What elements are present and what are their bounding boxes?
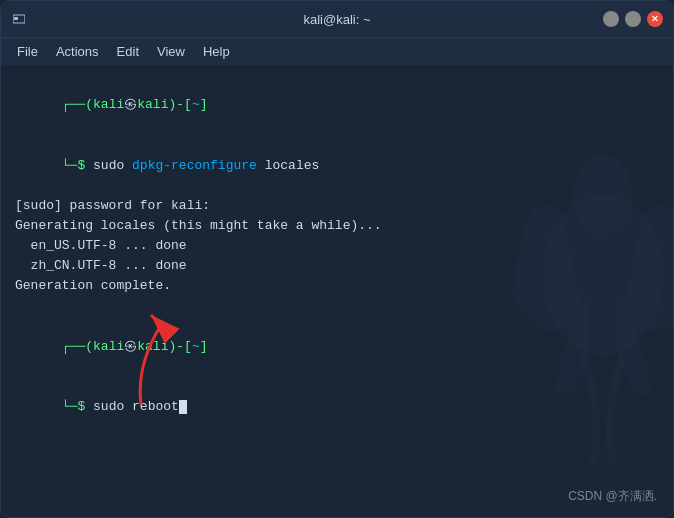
titlebar: kali@kali: ~ ✕	[1, 1, 673, 37]
prompt-dollar: $	[77, 158, 93, 173]
prompt-path: ~	[192, 97, 200, 112]
prompt-arrow: └─	[62, 158, 78, 173]
terminal-command-line: └─$ sudo dpkg-reconfigure locales	[15, 135, 659, 195]
cmd-sudo: sudo	[93, 158, 132, 173]
cmd-dpkg: dpkg-reconfigure	[132, 158, 257, 173]
prompt-user: kali	[93, 97, 124, 112]
svg-rect-1	[14, 17, 18, 20]
prompt-bracket-close: ]	[200, 97, 208, 112]
prompt2-user: kali	[93, 339, 124, 354]
output-zh-locale: zh_CN.UTF-8 ... done	[15, 256, 659, 276]
prompt-hostname: kali	[137, 97, 168, 112]
terminal-command-line-2: └─$ sudo reboot	[15, 377, 659, 437]
terminal-line-2: ┌──(kali㉿kali)-[~]	[15, 317, 659, 377]
prompt2-hostname: kali	[137, 339, 168, 354]
menu-file[interactable]: File	[9, 42, 46, 61]
output-en-locale: en_US.UTF-8 ... done	[15, 236, 659, 256]
window-controls: ✕	[603, 11, 663, 27]
output-generating: Generating locales (this might take a wh…	[15, 216, 659, 236]
output-complete: Generation complete.	[15, 276, 659, 296]
prompt-close: )-[	[168, 97, 191, 112]
prompt-open: ┌──(	[62, 97, 93, 112]
prompt2-close: )-[	[168, 339, 191, 354]
menu-help[interactable]: Help	[195, 42, 238, 61]
close-button[interactable]: ✕	[647, 11, 663, 27]
titlebar-left	[11, 11, 27, 27]
blank-line	[15, 297, 659, 317]
maximize-button[interactable]	[625, 11, 641, 27]
menu-actions[interactable]: Actions	[48, 42, 107, 61]
menubar: File Actions Edit View Help	[1, 37, 673, 65]
prompt2-open: ┌──(	[62, 339, 93, 354]
cmd2-sudo: sudo	[93, 399, 132, 414]
terminal-body[interactable]: ┌──(kali㉿kali)-[~] └─$ sudo dpkg-reconfi…	[1, 65, 673, 517]
prompt2-arrow: └─	[62, 399, 78, 414]
prompt2-path: ~	[192, 339, 200, 354]
terminal-window: kali@kali: ~ ✕ File Actions Edit View He…	[0, 0, 674, 518]
terminal-cursor	[179, 400, 187, 414]
minimize-button[interactable]	[603, 11, 619, 27]
menu-view[interactable]: View	[149, 42, 193, 61]
prompt-at: ㉿	[124, 97, 137, 112]
cmd-locales: locales	[257, 158, 319, 173]
prompt2-dollar: $	[77, 399, 93, 414]
terminal-line: ┌──(kali㉿kali)-[~]	[15, 75, 659, 135]
menu-edit[interactable]: Edit	[109, 42, 147, 61]
prompt2-at: ㉿	[124, 339, 137, 354]
window-icon	[11, 11, 27, 27]
cmd2-reboot: reboot	[132, 399, 179, 414]
csdn-watermark: CSDN @齐满洒.	[568, 488, 657, 505]
window-title: kali@kali: ~	[303, 12, 370, 27]
prompt2-bracket-close: ]	[200, 339, 208, 354]
output-password: [sudo] password for kali:	[15, 196, 659, 216]
